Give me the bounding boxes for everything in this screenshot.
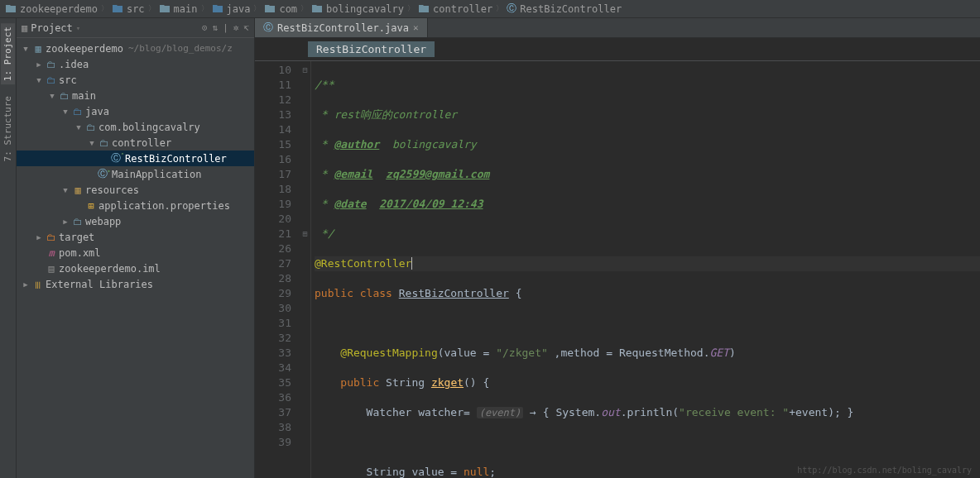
folder-orange-icon: 🗀: [45, 232, 58, 243]
code-editor[interactable]: 1011121314151617181920212627282930313233…: [255, 61, 980, 478]
collapse-icon[interactable]: ⊙: [202, 22, 208, 33]
folder-src-icon: 🗀: [45, 74, 58, 86]
file-icon: ▤: [45, 263, 58, 275]
folder-pkg-icon: 🗀: [98, 137, 111, 149]
expand-arrow-icon[interactable]: ▶: [60, 217, 71, 226]
folder-icon: [5, 4, 17, 13]
expand-arrow-icon[interactable]: ▼: [46, 92, 58, 100]
expand-arrow-icon[interactable]: ▼: [86, 139, 98, 147]
breadcrumb-item[interactable]: ⒸRestBizController: [507, 2, 622, 16]
tree-label: External Libraries: [46, 279, 153, 290]
tree-label: controller: [112, 137, 171, 149]
lib-icon: ⫼: [31, 279, 45, 290]
tree-node[interactable]: ▶🗀webapp: [17, 213, 254, 229]
line-number-gutter: 1011121314151617181920212627282930313233…: [255, 61, 300, 478]
class-breadcrumb[interactable]: RestBizController: [255, 38, 980, 61]
folder-icon: [112, 4, 123, 13]
tree-node[interactable]: ▼🗀com.bolingcavalry: [17, 119, 254, 135]
tree-node[interactable]: mpom.xml: [17, 245, 254, 261]
folder-icon: 🗀: [58, 90, 71, 102]
class-icon: Ⓒᵃ: [111, 151, 124, 165]
fold-gutter[interactable]: ⊟⊞: [300, 61, 311, 478]
folder-icon: [418, 4, 430, 13]
folder-icon: [212, 4, 223, 13]
tree-label: webapp: [85, 216, 121, 227]
expand-arrow-icon[interactable]: ▶: [33, 60, 45, 69]
tree-label: pom.xml: [59, 247, 101, 259]
divider-icon: |: [223, 22, 228, 33]
tab-label: RestBizController.java: [277, 22, 409, 34]
tree-node[interactable]: ⊞application.properties: [17, 198, 254, 213]
editor-tabs: Ⓒ RestBizController.java ✕: [255, 18, 980, 38]
tree-node[interactable]: ▤zookeeperdemo.iml: [17, 261, 254, 276]
tree-label: RestBizController: [125, 153, 227, 165]
expand-arrow-icon[interactable]: ▼: [20, 45, 31, 53]
folder-icon: 🗀: [45, 59, 58, 70]
tree-node[interactable]: ⒸᵃRestBizController: [17, 151, 254, 166]
panel-title: ▦ Project ▾: [22, 22, 80, 34]
tree-label: MainApplication: [112, 169, 201, 180]
folder-pkg-icon: 🗀: [84, 122, 98, 133]
tree-node[interactable]: ▶🗀.idea: [17, 56, 254, 72]
project-panel: ▦ Project ▾ ⊙ ⇅ | ✲ ↸ ▼▦zookeeperdemo~/b…: [17, 18, 255, 478]
tree-label: java: [85, 106, 109, 117]
expand-arrow-icon[interactable]: ▼: [73, 123, 84, 131]
tree-label: zookeeperdemo.iml: [59, 263, 161, 275]
tree-node[interactable]: ▼🗀java: [17, 103, 254, 119]
tree-node[interactable]: ▼▦resources: [17, 182, 254, 198]
tree-node[interactable]: ▶⫼External Libraries: [17, 276, 254, 292]
tree-label: target: [59, 232, 94, 243]
watermark: http://blog.csdn.net/boling_cavalry: [797, 466, 972, 475]
tree-label: resources: [85, 184, 139, 196]
breadcrumb-bar: zookeeperdemo 〉 src〉 main〉 java〉 com〉 bo…: [0, 0, 980, 18]
tree-node[interactable]: ▼🗀main: [17, 88, 254, 103]
editor-tab[interactable]: Ⓒ RestBizController.java ✕: [255, 18, 428, 37]
folder-src-icon: 🗀: [71, 106, 84, 117]
breadcrumb-item[interactable]: main: [159, 3, 198, 15]
tree-label: com.bolingcavalry: [98, 122, 200, 133]
maven-icon: m: [45, 247, 58, 259]
tree-node[interactable]: ▼🗀controller: [17, 135, 254, 151]
breadcrumb-item[interactable]: bolingcavalry: [311, 3, 404, 15]
tree-node[interactable]: ▶🗀target: [17, 229, 254, 245]
structure-tool-tab[interactable]: 7: Structure: [1, 93, 15, 165]
hide-icon[interactable]: ↸: [243, 22, 249, 33]
expand-arrow-icon[interactable]: ▼: [60, 186, 71, 194]
project-panel-header: ▦ Project ▾ ⊙ ⇅ | ✲ ↸: [17, 18, 254, 38]
code-content[interactable]: /** * rest响应的controller * @author boling…: [311, 61, 980, 478]
tree-node[interactable]: ▼▦zookeeperdemo~/blog/blog_demos/z: [17, 41, 254, 56]
breadcrumb-item[interactable]: controller: [418, 3, 492, 15]
tree-label: zookeeperdemo: [46, 43, 123, 55]
folder-icon: 🗀: [71, 216, 84, 227]
breadcrumb-item[interactable]: com: [264, 3, 297, 15]
expand-arrow-icon[interactable]: ▶: [33, 233, 45, 241]
close-icon[interactable]: ✕: [413, 22, 419, 33]
project-icon: ▦: [22, 22, 27, 34]
tree-label: src: [59, 74, 77, 86]
mod-icon: ▦: [31, 43, 45, 55]
project-tree[interactable]: ▼▦zookeeperdemo~/blog/blog_demos/z▶🗀.ide…: [17, 38, 254, 478]
expand-arrow-icon[interactable]: ▼: [60, 108, 71, 116]
tool-window-tabs: 1: Project 7: Structure: [0, 18, 17, 478]
expand-arrow-icon[interactable]: ▶: [20, 280, 31, 289]
class-run-icon: Ⓒ▸: [98, 167, 111, 181]
folder-res-icon: ▦: [71, 184, 84, 196]
expand-arrow-icon[interactable]: ▼: [33, 76, 45, 84]
class-icon: Ⓒ: [507, 2, 516, 16]
editor-area: Ⓒ RestBizController.java ✕ RestBizContro…: [255, 18, 980, 478]
breadcrumb-item[interactable]: java: [212, 3, 251, 15]
props-icon: ⊞: [84, 200, 98, 212]
folder-icon: [311, 4, 323, 13]
breadcrumb-item[interactable]: src: [112, 3, 145, 15]
sort-icon[interactable]: ⇅: [213, 22, 219, 33]
gear-icon[interactable]: ✲: [233, 22, 239, 33]
tree-node[interactable]: ▼🗀src: [17, 72, 254, 88]
tree-label: main: [72, 90, 96, 102]
tree-label: .idea: [59, 59, 89, 70]
class-icon: Ⓒ: [263, 21, 273, 35]
breadcrumb-item[interactable]: zookeeperdemo: [5, 3, 98, 15]
project-tool-tab[interactable]: 1: Project: [1, 23, 15, 84]
folder-icon: [264, 4, 276, 13]
folder-icon: [159, 4, 171, 13]
tree-node[interactable]: Ⓒ▸MainApplication: [17, 166, 254, 182]
